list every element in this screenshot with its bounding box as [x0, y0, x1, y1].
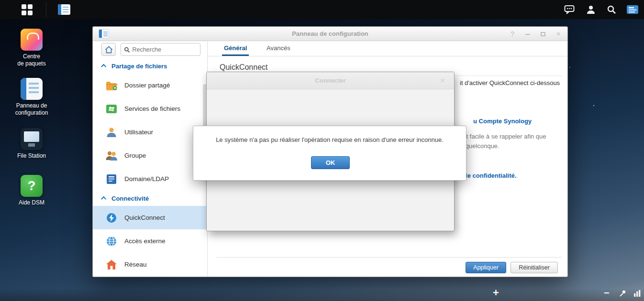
apply-button[interactable]: Appliquer: [466, 262, 506, 273]
desktop-icon-file-station[interactable]: File Station: [9, 128, 55, 160]
window-title: Panneau de configuration: [93, 27, 567, 41]
zoom-out-icon[interactable]: −: [604, 288, 610, 299]
quickconnect-icon: [105, 212, 118, 224]
item-label: Accès externe: [124, 237, 166, 245]
resource-monitor-icon[interactable]: [633, 290, 641, 299]
item-label: Réseau: [124, 261, 147, 268]
tab-general[interactable]: Général: [222, 41, 249, 56]
sidebar-section-file-sharing[interactable]: Partage de fichiers: [93, 58, 207, 74]
alert-message: Le système n'a pas pu réaliser l'opérati…: [193, 136, 466, 143]
user-icon: [586, 5, 596, 14]
widgets-icon: [626, 5, 639, 14]
notifications-button[interactable]: [560, 0, 579, 19]
top-taskbar: [0, 0, 644, 19]
item-label: Groupe: [124, 152, 146, 159]
main-menu-button[interactable]: [14, 0, 39, 19]
tab-advanced[interactable]: Avancés: [265, 41, 292, 56]
item-label: Domaine/LDAP: [124, 175, 169, 183]
search-icon: [124, 46, 130, 53]
file-services-icon: [105, 103, 118, 115]
network-house-icon: [105, 259, 118, 270]
section-label: Partage de fichiers: [111, 63, 167, 70]
user-options-button[interactable]: [581, 0, 600, 19]
bottom-bar: + −: [0, 289, 644, 301]
control-panel-icon: [58, 4, 70, 15]
section-label: Connectivité: [111, 195, 149, 202]
maximize-button[interactable]: [539, 30, 547, 38]
item-label: Utilisateur: [124, 129, 153, 136]
home-button[interactable]: [101, 43, 116, 56]
desktop-icon-control-panel[interactable]: Panneau de configuration: [9, 78, 55, 117]
sidebar-item-shared-folder[interactable]: Dossier partagé: [93, 74, 207, 97]
search-field[interactable]: [121, 43, 200, 56]
window-titlebar[interactable]: Panneau de configuration ? ×: [93, 27, 567, 41]
error-alert: Le système n'a pas pu réaliser l'opérati…: [193, 126, 466, 181]
sidebar-item-group[interactable]: Groupe: [93, 144, 207, 167]
footer-divider: [216, 257, 562, 258]
close-button[interactable]: ×: [554, 30, 563, 38]
item-label: Dossier partagé: [124, 82, 170, 89]
help-icon: ?: [21, 175, 43, 197]
desktop-icon-label: Aide DSM: [9, 199, 55, 206]
reset-button[interactable]: Réinitialiser: [511, 262, 558, 273]
desktop-icon-dsm-help[interactable]: ? Aide DSM: [9, 175, 55, 206]
globe-icon: [105, 236, 118, 247]
desktop: Centre de paquets Panneau de configurati…: [0, 0, 644, 301]
search-button[interactable]: [602, 0, 621, 19]
control-panel-icon: [21, 78, 43, 100]
item-label: Services de fichiers: [124, 105, 180, 112]
taskbar-control-panel-button[interactable]: [54, 0, 75, 19]
sidebar-item-quickconnect[interactable]: QuickConnect: [93, 206, 207, 229]
widgets-button[interactable]: [622, 0, 643, 19]
minimize-button[interactable]: [523, 30, 532, 38]
file-station-icon: [21, 128, 43, 150]
chevron-up-icon: [101, 64, 106, 69]
apps-grid-icon: [22, 4, 33, 15]
domain-ldap-icon: [105, 173, 118, 185]
taskbar-divider: [46, 2, 46, 17]
search-input[interactable]: [132, 46, 197, 53]
text-fragment: soit facile à se rappeler afin que: [458, 133, 546, 140]
chat-bubble-icon: [564, 5, 575, 14]
sidebar-item-external-access[interactable]: Accès externe: [93, 229, 207, 253]
search-icon: [607, 5, 616, 14]
desktop-icon-label: Centre de paquets: [9, 53, 55, 67]
zoom-in-icon[interactable]: +: [493, 287, 499, 299]
desktop-icon-package-center[interactable]: Centre de paquets: [9, 29, 55, 67]
group-icon: [105, 150, 118, 161]
pin-icon[interactable]: [619, 290, 627, 299]
sidebar-section-connectivity[interactable]: Connectivité: [93, 191, 207, 206]
text-fragment: it d'activer QuickConnect ci-dessous: [460, 79, 560, 86]
desktop-icon-label: File Station: [9, 152, 55, 160]
sidebar-item-user[interactable]: Utilisateur: [93, 120, 207, 144]
privacy-statement-link[interactable]: e de confidentialité.: [458, 172, 516, 179]
package-center-icon: [21, 29, 43, 51]
help-button[interactable]: ?: [508, 30, 517, 38]
tab-bar: Général Avancés: [208, 41, 567, 56]
synology-account-link[interactable]: u Compte Synology: [473, 118, 532, 125]
shared-folder-icon: [105, 80, 118, 91]
home-icon: [105, 46, 113, 54]
chevron-up-icon: [101, 196, 106, 202]
sidebar: Partage de fichiers Dossier partagé: [93, 41, 208, 277]
item-label: QuickConnect: [124, 214, 165, 221]
desktop-icon-label: Panneau de configuration: [9, 102, 55, 117]
sidebar-item-file-services[interactable]: Services de fichiers: [93, 97, 207, 120]
section-heading: QuickConnect: [220, 63, 268, 72]
ok-button[interactable]: OK: [311, 156, 350, 169]
sidebar-item-domain-ldap[interactable]: Domaine/LDAP: [93, 167, 207, 191]
sidebar-item-network[interactable]: Réseau: [93, 253, 207, 276]
user-icon: [105, 127, 118, 138]
